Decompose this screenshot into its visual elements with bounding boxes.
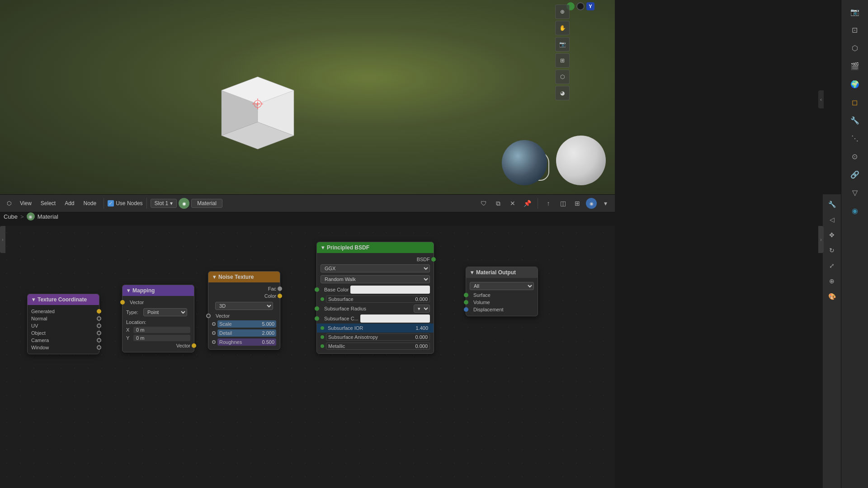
use-nodes-checkbox[interactable]: ✓ — [108, 200, 114, 206]
rs-output-icon[interactable]: ⊡ — [847, 22, 863, 38]
subsurf-radius-select[interactable]: ▾ — [414, 305, 430, 313]
node-principled-bsdf[interactable]: ▾ Principled BSDF BSDF GGX Random Walk B… — [316, 242, 434, 354]
zoom-icon[interactable]: ⊕ — [555, 5, 570, 19]
use-nodes-toggle[interactable]: ✓ Use Nodes — [108, 200, 142, 206]
editor-type-icon[interactable]: ⬡ — [4, 198, 14, 209]
node-canvas[interactable]: ▾ Texture Coordinate Generated Normal UV… — [0, 226, 615, 488]
pi-rotate-icon[interactable]: ↻ — [826, 244, 838, 257]
rs-particles-icon[interactable]: ⋱ — [847, 130, 863, 146]
socket-vector-out[interactable] — [192, 343, 196, 348]
socket-fac-out[interactable] — [278, 286, 282, 291]
render-view-icon[interactable]: ⬡ — [555, 70, 570, 84]
socket-camera-out[interactable] — [97, 338, 101, 343]
scene-view-icon[interactable]: ⊞ — [555, 53, 570, 68]
material-type-icon[interactable]: ◉ — [179, 198, 189, 209]
viewport-right-collapse[interactable]: ‹ — [818, 90, 824, 108]
preview-icon-btn[interactable]: ◉ — [586, 198, 597, 209]
material-name-field[interactable]: Material — [191, 199, 222, 208]
node-mapping[interactable]: ▾ Mapping Vector Type: Point Location: X… — [122, 285, 194, 352]
socket-noise-vector-in[interactable] — [206, 314, 211, 318]
bsdf-subsurf-ior-bar[interactable]: Subsurface IOR 1.400 — [326, 324, 430, 332]
node-material-output[interactable]: ▾ Material Output All Surface Volume Dis… — [466, 267, 538, 316]
pi-paint-icon[interactable]: 🎨 — [826, 290, 838, 303]
environment-sphere[interactable] — [502, 140, 547, 185]
socket-metallic-in[interactable] — [321, 344, 324, 348]
socket-roughness-in[interactable] — [212, 340, 216, 344]
bsdf-metallic-bar[interactable]: Metallic 0.000 — [326, 343, 430, 350]
socket-displacement-in[interactable] — [464, 307, 468, 312]
pin-icon-btn[interactable]: 📌 — [521, 197, 533, 209]
viewport-3d[interactable]: Y ⊕ ✋ 📷 ⊞ ⬡ ◕ — [0, 0, 615, 194]
mapping-x-field[interactable]: 0 m — [133, 327, 190, 333]
rs-world-icon[interactable]: 🌍 — [847, 76, 863, 92]
matout-all-select[interactable]: All — [470, 282, 534, 290]
noise-dim-select[interactable]: 3D — [215, 302, 273, 310]
bsdf-basecolor-field[interactable] — [350, 286, 430, 294]
socket-subsurf-ior-in[interactable] — [321, 326, 324, 330]
back-icon-btn[interactable]: ↑ — [542, 197, 554, 209]
socket-volume-in[interactable] — [464, 300, 468, 305]
pi-tools-icon[interactable]: 🔧 — [826, 198, 838, 211]
dropdown-icon-btn[interactable]: ▾ — [599, 197, 611, 209]
socket-basecolor-in[interactable] — [315, 287, 319, 292]
socket-uv-out[interactable] — [97, 324, 101, 328]
view-icon-btn[interactable]: ◫ — [557, 197, 569, 209]
rs-constraint-icon[interactable]: 🔗 — [847, 166, 863, 183]
noise-scale-bar[interactable]: Scale 5.000 — [217, 320, 276, 328]
pi-scale-icon[interactable]: ⤢ — [826, 259, 838, 272]
socket-surface-in[interactable] — [464, 293, 468, 297]
mapping-y-field[interactable]: 0 m — [133, 335, 190, 341]
rs-view-layer-icon[interactable]: ⬡ — [847, 40, 863, 56]
bsdf-subsurf-c-field[interactable] — [360, 314, 430, 323]
socket-subsurf-aniso-in[interactable] — [321, 335, 324, 339]
material-sphere[interactable] — [556, 136, 606, 185]
shield-icon-btn[interactable]: 🛡 — [478, 197, 490, 209]
bsdf-subsurface-bar[interactable]: Subsurface 0.000 — [326, 296, 430, 303]
close-icon-btn[interactable]: ✕ — [507, 197, 519, 209]
pi-sidebar-icon[interactable]: ◁ — [826, 213, 838, 226]
left-panel-collapse-btn[interactable]: › — [0, 226, 5, 253]
rs-data-icon[interactable]: ▽ — [847, 184, 863, 201]
slot-dropdown[interactable]: Slot 1 ▾ — [151, 199, 177, 208]
socket-vector-in[interactable] — [120, 300, 125, 305]
node-texture-coordinate[interactable]: ▾ Texture Coordinate Generated Normal UV… — [27, 294, 99, 354]
socket-color-out[interactable] — [278, 294, 282, 298]
socket-scale-in[interactable] — [212, 322, 216, 326]
socket-generated-out[interactable] — [97, 309, 101, 314]
rs-render-icon[interactable]: 📷 — [847, 4, 863, 20]
socket-subsurf-c-in[interactable] — [315, 316, 319, 321]
pi-move-icon[interactable]: ✥ — [826, 229, 838, 241]
rs-modifier-icon[interactable]: 🔧 — [847, 112, 863, 128]
bsdf-distribution-select[interactable]: GGX — [321, 264, 430, 272]
noise-detail-bar[interactable]: Detail 2.000 — [217, 329, 276, 337]
socket-bsdf-out[interactable] — [431, 257, 436, 262]
axis-z[interactable]: Y — [586, 2, 594, 10]
hand-tool-icon[interactable]: ✋ — [555, 21, 570, 35]
bsdf-subsurf-method-select[interactable]: Random Walk — [321, 275, 430, 283]
socket-subsurface-in[interactable] — [321, 297, 324, 301]
shading-icon[interactable]: ◕ — [555, 86, 570, 100]
socket-normal-out[interactable] — [97, 316, 101, 321]
node-noise-texture[interactable]: ▾ Noise Texture Fac Color 3D Vector — [208, 271, 280, 350]
rs-physics-icon[interactable]: ⊙ — [847, 148, 863, 164]
noise-roughness-bar[interactable]: Roughnes 0.500 — [217, 338, 276, 346]
menu-add[interactable]: Add — [61, 199, 78, 208]
rs-object-icon[interactable]: ◻ — [847, 94, 863, 110]
socket-window-out[interactable] — [97, 345, 101, 350]
pi-snap-icon[interactable]: ⊕ — [826, 275, 838, 287]
bsdf-subsurf-aniso-bar[interactable]: Subsurface Anisotropy 0.000 — [326, 333, 430, 341]
socket-subsurf-radius-in[interactable] — [315, 306, 319, 311]
rs-material-icon[interactable]: ◉ — [847, 202, 863, 219]
copy-icon-btn[interactable]: ⧉ — [492, 197, 504, 209]
menu-node[interactable]: Node — [80, 199, 100, 208]
rs-scene-icon[interactable]: 🎬 — [847, 58, 863, 74]
camera-view-icon[interactable]: 📷 — [555, 37, 570, 52]
menu-select[interactable]: Select — [37, 199, 59, 208]
axis-y[interactable] — [576, 2, 585, 10]
mapping-type-select[interactable]: Point — [143, 308, 187, 316]
right-panel-collapse-btn[interactable]: › — [818, 226, 824, 253]
menu-view[interactable]: View — [16, 199, 35, 208]
socket-object-out[interactable] — [97, 331, 101, 335]
grid-icon-btn[interactable]: ⊞ — [571, 197, 583, 209]
socket-detail-in[interactable] — [212, 331, 216, 335]
